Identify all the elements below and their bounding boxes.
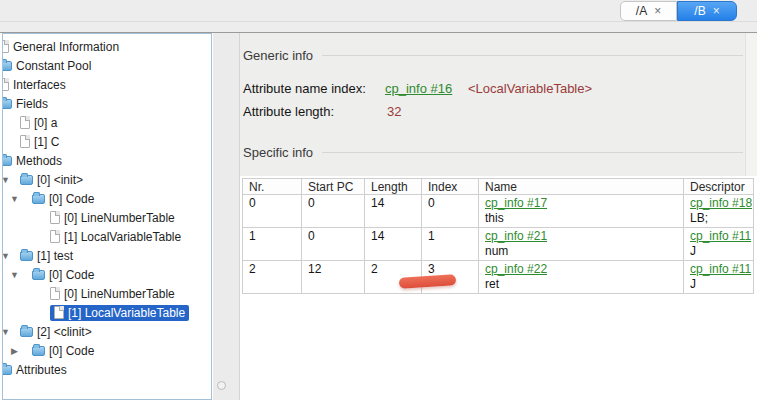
cell-length: 14 <box>365 228 422 261</box>
tree-item-general-information[interactable]: General Information <box>3 37 211 56</box>
tree-item-test-localvariabletable-selected[interactable]: [1] LocalVariableTable <box>3 303 211 322</box>
constant-pool-link[interactable]: cp_info #16 <box>385 81 452 96</box>
resolved-name: this <box>485 211 683 226</box>
tree-item-method-0-init[interactable]: ▼ [0] <init> <box>3 170 211 189</box>
cell-start-pc: 0 <box>302 195 365 228</box>
top-tab-bar: /A × /B × <box>0 0 757 33</box>
tree-item-label: [0] Code <box>49 192 94 206</box>
table-row: 2 12 2 3 cp_info #22ret cp_info #11J <box>243 261 754 294</box>
tab-class-a[interactable]: /A × <box>620 1 677 21</box>
scrollbar-knob[interactable] <box>217 381 226 390</box>
resolved-descriptor: J <box>690 244 753 259</box>
folder-icon <box>2 61 12 71</box>
triangle-down-icon[interactable]: ▼ <box>2 251 10 261</box>
cell-nr: 1 <box>243 228 302 261</box>
folder-icon <box>2 99 12 109</box>
document-icon <box>20 116 30 129</box>
resolved-name: ret <box>485 277 683 292</box>
tree-item-constant-pool[interactable]: Constant Pool <box>3 56 211 75</box>
attribute-name-index-label: Attribute name index: <box>243 81 366 96</box>
close-icon[interactable]: × <box>654 5 661 17</box>
document-icon <box>50 230 60 243</box>
tree-item-init-code[interactable]: ▼ [0] Code <box>3 189 211 208</box>
tree-item-interfaces[interactable]: Interfaces <box>3 75 211 94</box>
constant-pool-link[interactable]: cp_info #11 <box>690 229 751 243</box>
tree-item-test-linenumbertable[interactable]: [0] LineNumberTable <box>3 284 211 303</box>
tree-item-attributes[interactable]: Attributes <box>3 360 211 379</box>
column-header-name[interactable]: Name <box>479 179 684 195</box>
cell-length: 14 <box>365 195 422 228</box>
table-row: 1 0 14 1 cp_info #21num cp_info #11J <box>243 228 754 261</box>
tree-item-init-linenumbertable[interactable]: [0] LineNumberTable <box>3 208 211 227</box>
table-header-row: Nr. Start PC Length Index Name Descripto… <box>243 179 754 195</box>
folder-icon <box>32 270 45 280</box>
constant-pool-link[interactable]: cp_info #21 <box>485 229 547 243</box>
cell-descriptor: cp_info #11J <box>684 228 754 261</box>
constant-pool-link[interactable]: cp_info #11 <box>690 262 751 276</box>
tree-item-method-2-clinit[interactable]: ▼ [2] <clinit> <box>3 322 211 341</box>
tree-item-fields[interactable]: Fields <box>3 94 211 113</box>
close-icon[interactable]: × <box>713 5 720 17</box>
tree-item-label: Interfaces <box>13 78 66 92</box>
tree-item-method-1-test[interactable]: ▼ [1] test <box>3 246 211 265</box>
resolved-descriptor: J <box>690 277 753 292</box>
generic-info-header: Generic info <box>243 48 743 63</box>
tree-item-methods[interactable]: Methods <box>3 151 211 170</box>
class-file-viewer-window: /A × /B × General Information Constant P… <box>0 0 757 400</box>
column-header-nr[interactable]: Nr. <box>243 179 302 195</box>
triangle-down-icon[interactable]: ▼ <box>10 194 19 204</box>
folder-icon <box>2 156 12 166</box>
document-icon <box>50 211 60 224</box>
table-row: 0 0 14 0 cp_info #17this cp_info #18LB; <box>243 195 754 228</box>
column-header-index[interactable]: Index <box>422 179 479 195</box>
tree-item-label: Methods <box>16 154 62 168</box>
local-variable-table: Nr. Start PC Length Index Name Descripto… <box>242 178 754 294</box>
tree-item-label: General Information <box>13 40 119 54</box>
vertical-scrollbar-track[interactable] <box>745 33 757 176</box>
tab-label: /A <box>636 4 647 18</box>
folder-icon <box>20 251 33 261</box>
triangle-down-icon[interactable]: ▼ <box>10 270 19 280</box>
tree-item-clinit-code[interactable]: ▶ [0] Code <box>3 341 211 360</box>
triangle-right-icon[interactable]: ▶ <box>10 346 19 356</box>
tree-item-label: [0] Code <box>49 268 94 282</box>
cell-name: cp_info #21num <box>479 228 684 261</box>
constant-pool-link[interactable]: cp_info #18 <box>690 196 752 210</box>
tree-item-label: [1] test <box>37 249 73 263</box>
document-icon <box>2 40 9 53</box>
folder-icon <box>20 175 33 185</box>
cell-nr: 2 <box>243 261 302 294</box>
triangle-down-icon[interactable]: ▼ <box>2 327 10 337</box>
cell-index: 1 <box>422 228 479 261</box>
document-icon <box>2 78 9 91</box>
split-pane-divider <box>213 33 240 400</box>
attribute-name-verbose: <LocalVariableTable> <box>468 81 592 96</box>
tree-item-label: [0] <init> <box>37 173 83 187</box>
column-header-length[interactable]: Length <box>365 179 422 195</box>
resolved-name: num <box>485 244 683 259</box>
tree-item-label: [1] LocalVariableTable <box>68 306 185 320</box>
attribute-length-label: Attribute length: <box>243 104 334 119</box>
constant-pool-link[interactable]: cp_info #22 <box>485 262 547 276</box>
class-structure-tree: General Information Constant Pool Interf… <box>2 33 212 400</box>
column-header-descriptor[interactable]: Descriptor <box>684 179 754 195</box>
section-rule <box>322 55 743 56</box>
attribute-length-value: 32 <box>387 104 401 119</box>
triangle-down-icon[interactable]: ▼ <box>2 175 10 185</box>
tree-item-init-localvariabletable[interactable]: [1] LocalVariableTable <box>3 227 211 246</box>
constant-pool-link[interactable]: cp_info #17 <box>485 196 547 210</box>
cell-name: cp_info #17this <box>479 195 684 228</box>
tree-item-test-code[interactable]: ▼ [0] Code <box>3 265 211 284</box>
section-rule <box>322 152 743 153</box>
tree-item-field-1-c[interactable]: [1] C <box>3 132 211 151</box>
cell-nr: 0 <box>243 195 302 228</box>
tree-item-label: [0] LineNumberTable <box>64 287 175 301</box>
cell-start-pc: 0 <box>302 228 365 261</box>
column-header-start-pc[interactable]: Start PC <box>302 179 365 195</box>
generic-info-panel: Generic info Attribute name index: cp_in… <box>240 33 757 176</box>
tab-label: /B <box>694 4 705 18</box>
tab-strip-divider <box>0 21 757 22</box>
tab-class-b[interactable]: /B × <box>677 1 737 21</box>
tree-item-field-0-a[interactable]: [0] a <box>3 113 211 132</box>
tree-item-label: [1] LocalVariableTable <box>64 230 181 244</box>
